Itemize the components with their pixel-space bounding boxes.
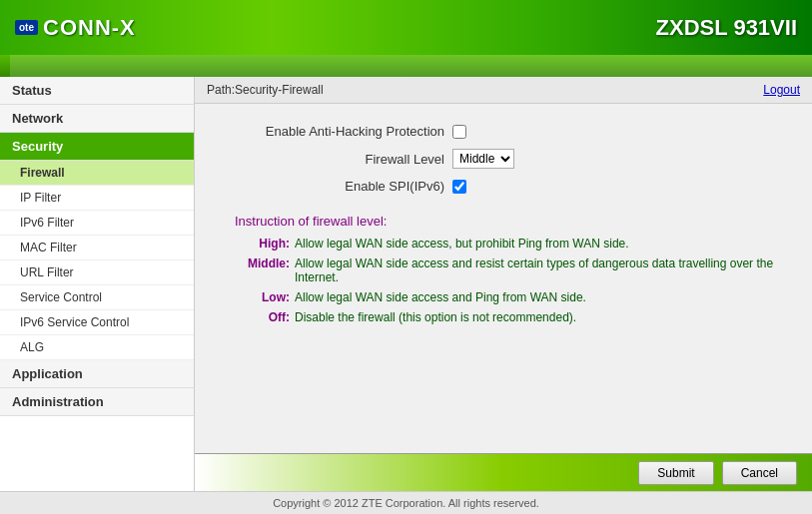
footer-bar: Submit Cancel <box>195 453 812 491</box>
spi-checkbox[interactable] <box>452 180 466 194</box>
sidebar-item-ip-filter[interactable]: IP Filter <box>0 186 194 211</box>
content: Path:Security-Firewall Logout Enable Ant… <box>195 77 812 491</box>
spi-label: Enable SPI(IPv6) <box>225 179 444 194</box>
desc-high: Allow legal WAN side access, but prohibi… <box>295 237 782 251</box>
path-text: Path:Security-Firewall <box>207 83 324 97</box>
logo-text: CONN-X <box>43 15 136 41</box>
ote-badge: ote <box>15 20 38 35</box>
desc-middle: Allow legal WAN side access and resist c… <box>295 257 782 284</box>
instructions: Instruction of firewall level: High: All… <box>225 214 782 324</box>
logo-area: ote CONN-X <box>15 15 136 41</box>
path-bar: Path:Security-Firewall Logout <box>195 77 812 104</box>
sidebar-item-ipv6-filter[interactable]: IPv6 Filter <box>0 211 194 236</box>
sidebar-item-alg[interactable]: ALG <box>0 335 194 360</box>
instruction-off: Off: Disable the firewall (this option i… <box>235 310 782 324</box>
main-layout: Status Network Security Firewall IP Filt… <box>0 77 812 491</box>
sidebar-item-application[interactable]: Application <box>0 360 194 388</box>
copyright: Copyright © 2012 ZTE Corporation. All ri… <box>0 491 812 514</box>
level-off: Off: <box>235 310 290 324</box>
anti-hacking-label: Enable Anti-Hacking Protection <box>225 124 444 139</box>
anti-hacking-checkbox[interactable] <box>452 125 466 139</box>
sidebar-item-url-filter[interactable]: URL Filter <box>0 260 194 285</box>
form-area: Enable Anti-Hacking Protection Firewall … <box>195 104 812 453</box>
firewall-level-label: Firewall Level <box>225 152 444 167</box>
level-middle: Middle: <box>235 257 290 284</box>
desc-low: Allow legal WAN side access and Ping fro… <box>295 290 782 304</box>
instruction-middle: Middle: Allow legal WAN side access and … <box>235 257 782 284</box>
copyright-text: Copyright © 2012 ZTE Corporation. All ri… <box>273 497 539 509</box>
nav-bar <box>0 55 812 77</box>
instruction-high: High: Allow legal WAN side access, but p… <box>235 237 782 251</box>
anti-hacking-row: Enable Anti-Hacking Protection <box>225 124 782 139</box>
level-high: High: <box>235 237 290 251</box>
level-low: Low: <box>235 290 290 304</box>
sidebar-item-network[interactable]: Network <box>0 105 194 133</box>
firewall-level-control: High Middle Low Off <box>452 149 514 169</box>
sidebar-item-administration[interactable]: Administration <box>0 388 194 416</box>
firewall-level-select[interactable]: High Middle Low Off <box>452 149 514 169</box>
sidebar-item-service-control[interactable]: Service Control <box>0 285 194 310</box>
sidebar-item-status[interactable]: Status <box>0 77 194 105</box>
sidebar-item-ipv6-service-control[interactable]: IPv6 Service Control <box>0 310 194 335</box>
sidebar-item-security[interactable]: Security <box>0 133 194 161</box>
anti-hacking-control <box>452 125 466 139</box>
sidebar-item-mac-filter[interactable]: MAC Filter <box>0 236 194 260</box>
submit-button[interactable]: Submit <box>638 461 713 485</box>
spi-row: Enable SPI(IPv6) <box>225 179 782 194</box>
device-name: ZXDSL 931VII <box>656 15 797 41</box>
desc-off: Disable the firewall (this option is not… <box>295 310 782 324</box>
nav-bar-inner <box>10 55 812 77</box>
logout-link[interactable]: Logout <box>763 83 800 97</box>
instructions-title: Instruction of firewall level: <box>235 214 782 229</box>
sidebar-item-firewall[interactable]: Firewall <box>0 161 194 186</box>
cancel-button[interactable]: Cancel <box>722 461 797 485</box>
instruction-low: Low: Allow legal WAN side access and Pin… <box>235 290 782 304</box>
firewall-level-row: Firewall Level High Middle Low Off <box>225 149 782 169</box>
spi-control <box>452 180 466 194</box>
sidebar: Status Network Security Firewall IP Filt… <box>0 77 195 491</box>
header: ote CONN-X ZXDSL 931VII <box>0 0 812 55</box>
